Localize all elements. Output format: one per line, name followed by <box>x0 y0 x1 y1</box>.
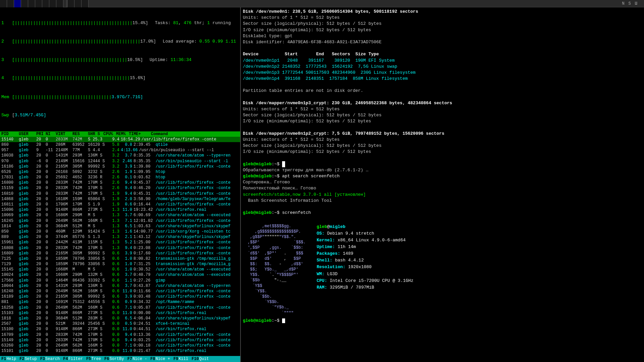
table-row: 16810gleb2002833M742M170M S1.99.40:45.31… <box>0 191 240 196</box>
table-row: 16811gleb2001706M170MS 1.91.90.60:16.44/… <box>0 202 240 207</box>
table-row: 10044gleb2001431M293M136M S0.63.70:43.87… <box>0 283 240 289</box>
tab-other[interactable] <box>56 0 63 7</box>
prompt-separator: :~$ <box>272 318 282 323</box>
load-line: Load average: 0.55 0.99 1.11 <box>163 39 236 45</box>
main-layout: 1[||||||||||||||||||||||||||||||||||||||… <box>0 7 644 362</box>
col-virt: VIRT <box>56 132 72 136</box>
footer-key[interactable]: F3 <box>40 357 45 361</box>
footer-label: Help <box>6 357 16 361</box>
cpu3-percent: 10.5%] <box>127 57 143 63</box>
right-tab-3[interactable] <box>82 0 89 7</box>
tab-term[interactable] <box>14 0 21 7</box>
table-row: 10069gleb2001686M290MM S1.33.76:00.69/us… <box>0 213 240 218</box>
mem-bar: [||||||||||||||||||||||||||||||||||||| <box>12 94 111 100</box>
footer-key[interactable]: F4 <box>63 357 68 361</box>
tab-file[interactable] <box>35 0 42 7</box>
table-row: 15096gleb2009148M866M273M S1.311.019:23.… <box>0 207 240 213</box>
table-row: 15101gleb2009148M866M273M S0.011.00:21.4… <box>0 348 240 354</box>
cpu3-bar: [|||||||||||||||||||||||||||||||||||||||… <box>12 57 127 63</box>
tab-vnc[interactable] <box>49 0 56 7</box>
col-cpu: CPU% <box>103 132 116 136</box>
cpu2-bar: [|||||||||||||||||||||||||||||||||||||||… <box>12 39 140 45</box>
sound-icon: S <box>629 1 631 6</box>
footer-key[interactable]: F8 <box>150 357 155 361</box>
footer-key[interactable]: F1 <box>1 357 6 361</box>
table-row: 16189gleb2002165M305M99992 S0.63.90:03.4… <box>0 294 240 299</box>
footer-label: Kill <box>178 357 188 361</box>
final-prompt: gleb@migleb:~$ <box>243 318 642 324</box>
ascii-art: ,met$$$$$gg. ,g$$$$$$$$$$$$$$$P. ,g$$P""… <box>243 224 310 316</box>
footer-key[interactable]: F6 <box>104 357 109 361</box>
footer-key[interactable]: F7 <box>127 357 132 361</box>
table-row: 6526gleb2002616850923232 S2.61.91:09.95h… <box>0 169 240 175</box>
table-row: 970gleb-602149M1561612444 S3.22.468:35.3… <box>0 159 240 164</box>
table-row: 16258gleb2002649M562M166M S0.67.10:05.87… <box>0 305 240 310</box>
table-row: 15103gleb2009148M866M273M S0.011.00:00.0… <box>0 310 240 316</box>
table-row: 957gleb9-112148M77MS 4.42.44:13.66/usr/b… <box>0 147 240 153</box>
table-row: 16186gleb2002165M305M99992 S3.23.91:39.8… <box>0 164 240 169</box>
tab-title[interactable] <box>0 0 7 7</box>
sysinfo: gleb@migleb OS: Debian 9.4 stretch Kerne… <box>317 224 414 316</box>
network-icon: N <box>622 1 624 6</box>
htop-footer: F1HelpF2SetupF3SearchF4FilterF5TreeF6Sor… <box>0 356 240 362</box>
screenfetch-section: ,met$$$$$gg. ,g$$$$$$$$$$$$$$$P. ,g$$P""… <box>243 224 642 316</box>
footer-label: Nice - <box>132 357 147 361</box>
terminal-content: Disk /dev/nvme0n1: 238,5 GiB, 2560605143… <box>241 7 644 362</box>
table-row: 850gleb200460M129M91424 S1.31.614:00.77/… <box>0 229 240 234</box>
uptime-line: Uptime: 11:36:34 <box>150 57 192 63</box>
swp-vals: 3.51M/7.45G] <box>15 112 46 118</box>
cpu1-bar: [|||||||||||||||||||||||||||||||||||||||… <box>12 20 132 26</box>
footer-key[interactable]: F2 <box>19 357 24 361</box>
mem-vals: 3.97G/7.71G] <box>111 94 143 100</box>
footer-label: Tree <box>91 357 101 361</box>
tab-media[interactable] <box>42 0 49 7</box>
footer-label: Nice + <box>156 357 170 361</box>
right-tab-2[interactable] <box>74 0 82 7</box>
table-row: 16248gleb2002649M562M166M S0.611.00:11.6… <box>0 289 240 294</box>
table-row: 15961gleb2002442M413M115M S1.35.21:25.00… <box>0 240 240 245</box>
table-row: 15149gleb2002833M742M170M S0.09.40:03.25… <box>0 338 240 343</box>
table-row: 16800gleb2002833M742M170M S2.69.40:45.37… <box>0 180 240 185</box>
tab-web[interactable] <box>7 0 14 7</box>
table-row: 7129gleb2001859M7879633056 S0.61.07:31.2… <box>0 261 240 267</box>
table-row: 17566gleb2001464M8643633392 S0.61.10:27.… <box>0 278 240 283</box>
table-row: 15159gleb2002833M742M170M S2.69.40:46.20… <box>0 185 240 191</box>
footer-key[interactable]: F5 <box>86 357 91 361</box>
table-row: 10024gleb2001668M290M132M S0.63.70:40.79… <box>0 272 240 278</box>
footer-key[interactable]: F9 <box>173 357 178 361</box>
table-row: 16245gleb2002649M562M166M S1.37.112:01.0… <box>0 218 240 224</box>
table-row: 1818gleb2003684M512M283M S0.06.54:06.04/… <box>0 316 240 321</box>
table-row: 15145gleb2001668MMM S0.61.00:30.52/usr/s… <box>0 267 240 272</box>
htop-header: 1[||||||||||||||||||||||||||||||||||||||… <box>0 7 240 131</box>
col-res: RES <box>72 132 88 136</box>
col-time: TIME+ <box>129 132 151 136</box>
table-row: 7125gleb2001859M7879633056 S0.61.08:00.8… <box>0 256 240 261</box>
cpu4-label: 4 <box>1 75 12 81</box>
prompt-user: gleb@migleb <box>243 318 272 323</box>
cpu4-bar: [|||||||||||||||||||||||||||||||||||||||… <box>12 75 130 81</box>
table-row: 2567gleb200521M3924425456 S0.00.50:24.51… <box>0 321 240 326</box>
cpu1-percent: 15.4%] <box>132 20 148 26</box>
mem-label: Mem <box>1 94 12 100</box>
col-shr: SHR S <box>88 132 103 136</box>
top-bar-right: N S Ш <box>622 1 644 6</box>
right-tab-1[interactable] <box>67 0 74 7</box>
htop-table-body: 15140gleb2002833M742MS 25.39.418:54.29/u… <box>0 137 240 356</box>
table-row: 16809gleb2002165M305M99992 S0.63.90:17.6… <box>0 251 240 256</box>
cpu2-percent: 17.0%] <box>140 39 156 45</box>
col-cmd: Command <box>151 132 239 136</box>
table-row: 860gleb200286M6395216120 S5.80.82:39.45q… <box>0 142 240 147</box>
footer-label: Quit <box>199 357 209 361</box>
tab-text[interactable] <box>21 0 28 7</box>
col-user: USER <box>19 132 36 136</box>
cpu1-label: 1 <box>1 20 12 26</box>
table-row: 14868gleb2001618M159M65004 S1.92.03:58.9… <box>0 196 240 202</box>
tab-chat[interactable] <box>28 0 35 7</box>
battery-icon: Ш <box>635 1 637 6</box>
footer-key[interactable]: F10 <box>192 357 199 361</box>
table-row: 10038gleb2001431M293M136M S3.23.78:35.35… <box>0 153 240 158</box>
footer-label: Filter <box>68 357 83 361</box>
cpu3-label: 3 <box>1 57 12 63</box>
footer-label: Setup <box>25 357 37 361</box>
table-row: 63260gleb2002649M562M166M S0.07.10:00.18… <box>0 343 240 348</box>
